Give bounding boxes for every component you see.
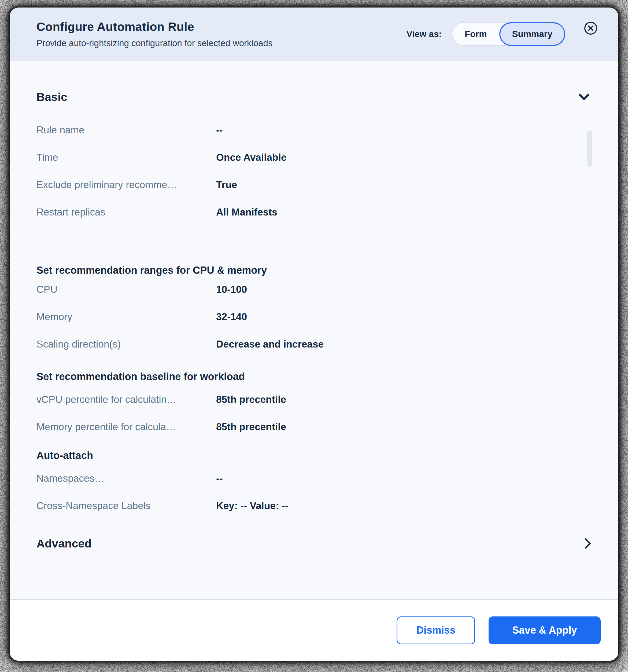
view-mode-toggle: Form Summary [452,22,565,46]
dialog-header: Configure Automation Rule Provide auto-r… [10,7,618,61]
basic-collapse-button[interactable] [578,93,589,101]
row-value: Key: -- Value: -- [216,500,288,512]
row-label: vCPU percentile for calculatin… [36,393,216,406]
row-label: Namespaces… [36,472,216,485]
row-label: Exclude preliminary recomme… [36,179,216,191]
row-label: Time [36,151,216,164]
row-value: 10-100 [216,283,247,296]
subsection-title: Set recommendation baseline for workload [36,370,599,383]
view-as-label: View as: [406,29,442,39]
chevron-down-icon [578,93,589,101]
basic-section-header: Basic [36,90,599,103]
advanced-expand-button[interactable] [584,538,591,549]
row-value: 32-140 [216,311,247,323]
configure-automation-rule-dialog: Configure Automation Rule Provide auto-r… [10,7,618,661]
dialog-header-text: Configure Automation Rule Provide auto-r… [36,20,272,48]
row-value: 85th precentile [216,393,286,406]
summary-row: Namespaces… -- [36,472,599,485]
chevron-right-icon [584,538,591,549]
dialog-subtitle: Provide auto-rightsizing configuration f… [36,39,272,48]
summary-row: Memory 32-140 [36,311,599,323]
row-label: Rule name [36,124,216,136]
summary-row: Rule name -- [36,124,599,136]
summary-row: vCPU percentile for calculatin… 85th pre… [36,393,599,406]
summary-row: Scaling direction(s) Decrease and increa… [36,338,599,351]
summary-row: Cross-Namespace Labels Key: -- Value: -- [36,500,599,512]
advanced-section-header[interactable]: Advanced [36,537,599,550]
summary-row: Memory percentile for calcula… 85th prec… [36,421,599,433]
toggle-option-form[interactable]: Form [452,23,499,45]
summary-row: CPU 10-100 [36,283,599,296]
row-value: -- [216,124,223,136]
toggle-option-summary[interactable]: Summary [499,22,565,46]
divider [36,113,599,113]
row-label: Memory percentile for calcula… [36,421,216,433]
advanced-section-title: Advanced [36,537,92,550]
row-value: 85th precentile [216,421,286,433]
summary-row: Time Once Available [36,151,599,164]
row-value: All Manifests [216,206,277,218]
dialog-title: Configure Automation Rule [36,20,272,33]
dialog-body: Basic Rule name -- Time Once Available E… [10,61,618,599]
subsection-title: Set recommendation ranges for CPU & memo… [36,264,599,277]
close-button[interactable] [584,22,598,35]
basic-section-title: Basic [36,90,67,103]
dismiss-button[interactable]: Dismiss [397,617,475,644]
summary-row: Restart replicas All Manifests [36,206,599,218]
row-label: Cross-Namespace Labels [36,500,216,512]
row-value: -- [216,472,223,485]
row-value: True [216,179,237,191]
summary-row: Exclude preliminary recomme… True [36,179,599,191]
row-label: CPU [36,283,216,296]
dialog-footer: Dismiss Save & Apply [10,599,618,661]
row-value: Once Available [216,151,287,164]
row-label: Scaling direction(s) [36,338,216,351]
row-label: Memory [36,311,216,323]
divider [36,557,599,557]
save-apply-button[interactable]: Save & Apply [488,617,601,644]
row-label: Restart replicas [36,206,216,218]
scrollbar-thumb[interactable] [587,131,592,167]
row-value: Decrease and increase [216,338,324,351]
subsection-title: Auto-attach [36,449,599,462]
close-icon [584,22,598,35]
